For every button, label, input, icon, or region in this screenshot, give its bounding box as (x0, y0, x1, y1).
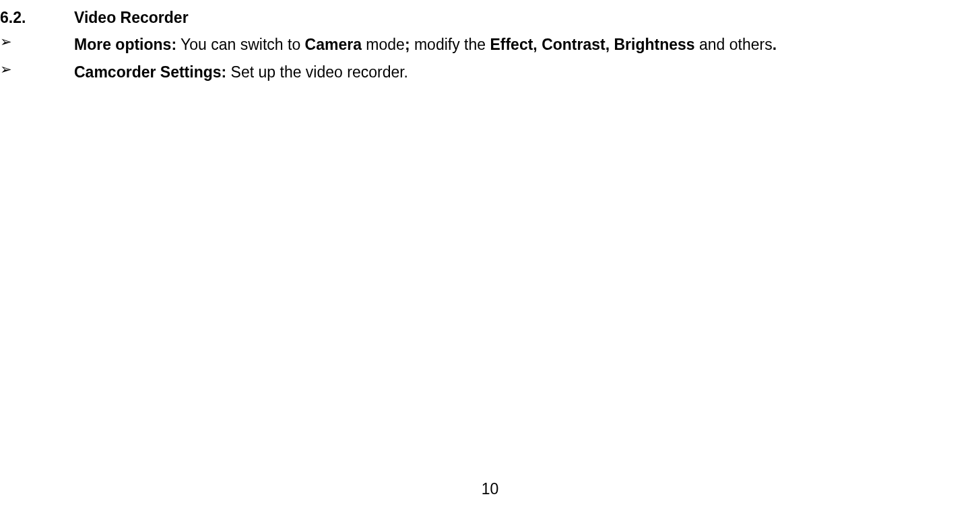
bullet-marker-icon: ➢ (0, 60, 74, 77)
text-segment: mode (362, 36, 405, 53)
text-segment: modify the (410, 36, 490, 53)
item-label: More options: (74, 36, 176, 53)
list-item-content: Camcorder Settings: Set up the video rec… (74, 60, 967, 85)
text-segment: Set up the video recorder. (226, 63, 408, 81)
heading-number: 6.2. (0, 7, 74, 28)
section-heading: 6.2.Video Recorder (0, 7, 967, 28)
page-number: 10 (482, 480, 499, 498)
list-item: ➢ Camcorder Settings: Set up the video r… (0, 60, 967, 85)
text-segment-bold: ; (405, 36, 410, 53)
heading-title: Video Recorder (74, 9, 189, 26)
text-segment: and others (695, 36, 773, 53)
list-item: ➢ More options: You can switch to Camera… (0, 32, 967, 57)
text-segment-bold: . (773, 36, 777, 53)
item-label: Camcorder Settings: (74, 63, 226, 81)
list-item-content: More options: You can switch to Camera m… (74, 32, 967, 57)
text-segment-bold: Effect, Contrast, Brightness (490, 36, 694, 53)
text-segment: You can switch to (176, 36, 305, 53)
bullet-marker-icon: ➢ (0, 32, 74, 50)
text-segment-bold: Camera (305, 36, 362, 53)
